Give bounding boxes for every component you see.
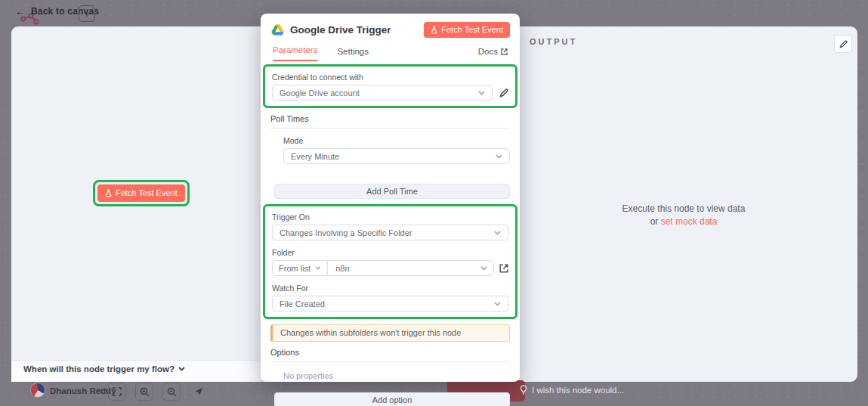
pencil-icon bbox=[499, 88, 508, 98]
folder-mode-select[interactable]: From list bbox=[273, 261, 328, 275]
pencil-icon bbox=[839, 40, 848, 48]
credential-label: Credential to connect with bbox=[272, 73, 508, 82]
output-empty-line1: Execute this node to view data bbox=[570, 203, 797, 215]
chevron-down-icon bbox=[315, 266, 321, 270]
trigger-highlight: Trigger On Changes Involving a Specific … bbox=[263, 204, 517, 319]
options-section: Options No properties Add option bbox=[261, 348, 520, 406]
folder-resource-locator[interactable]: From list n8n bbox=[272, 260, 494, 276]
cursor-icon bbox=[194, 387, 203, 396]
plus-icon: + bbox=[84, 8, 90, 20]
docs-link[interactable]: Docs bbox=[478, 47, 508, 61]
node-trigger-question[interactable]: When will this node trigger my flow? bbox=[23, 364, 185, 373]
external-link-icon bbox=[499, 264, 508, 273]
reset-zoom-button[interactable] bbox=[190, 383, 208, 401]
options-title: Options bbox=[270, 348, 510, 362]
modal-tabs: Parameters Settings Docs bbox=[261, 43, 520, 61]
folder-label: Folder bbox=[272, 248, 508, 257]
mode-value: Every Minute bbox=[291, 152, 496, 161]
zoom-out-button[interactable] bbox=[162, 383, 181, 401]
poll-times-title: Poll Times bbox=[270, 114, 510, 129]
google-drive-trigger-modal: Google Drive Trigger Fetch Test Event Pa… bbox=[261, 14, 520, 382]
edit-output-button[interactable] bbox=[834, 35, 852, 53]
docs-label: Docs bbox=[478, 47, 498, 56]
output-empty-prefix: or bbox=[650, 216, 661, 227]
fetch-test-event-label: Fetch Test Event bbox=[441, 25, 503, 34]
lightbulb-icon bbox=[520, 385, 527, 395]
fit-view-button[interactable] bbox=[108, 383, 126, 401]
trigger-on-label: Trigger On bbox=[272, 212, 508, 222]
google-drive-icon bbox=[271, 24, 284, 36]
modal-title: Google Drive Trigger bbox=[290, 24, 424, 36]
node-trigger-question-label: When will this node trigger my flow? bbox=[23, 364, 175, 373]
feature-wish-label: I wish this node would... bbox=[532, 386, 624, 395]
feature-wish[interactable]: I wish this node would... bbox=[520, 385, 624, 395]
external-link-icon bbox=[501, 48, 508, 55]
folder-mode-value: From list bbox=[279, 264, 310, 273]
fit-view-icon bbox=[113, 387, 122, 396]
no-properties-text: No properties bbox=[283, 371, 510, 380]
watch-for-select[interactable]: File Created bbox=[272, 296, 508, 311]
chevron-down-icon bbox=[478, 91, 485, 95]
add-option-button[interactable]: Add option bbox=[274, 392, 510, 406]
zoom-in-button[interactable] bbox=[135, 383, 153, 401]
fetch-test-event-button-canvas[interactable]: Fetch Test Event bbox=[97, 184, 185, 202]
tab-settings[interactable]: Settings bbox=[337, 47, 369, 61]
watch-for-label: Watch For bbox=[272, 284, 508, 293]
trigger-on-select[interactable]: Changes Involving a Specific Folder bbox=[272, 225, 508, 240]
fetch-test-event-label: Fetch Test Event bbox=[116, 188, 178, 197]
edit-credential-button[interactable] bbox=[499, 88, 508, 98]
watch-for-value: File Created bbox=[280, 299, 494, 308]
flask-icon bbox=[105, 189, 112, 197]
user-avatar[interactable] bbox=[30, 383, 45, 398]
credential-highlight: Credential to connect with Google Drive … bbox=[263, 64, 517, 108]
credential-value: Google Drive account bbox=[280, 88, 478, 98]
flask-icon bbox=[431, 26, 437, 34]
trigger-on-value: Changes Involving a Specific Folder bbox=[280, 228, 494, 237]
open-folder-link-button[interactable] bbox=[499, 264, 508, 273]
set-mock-data-link[interactable]: set mock data bbox=[661, 216, 718, 227]
mode-select[interactable]: Every Minute bbox=[283, 148, 510, 164]
modal-header: Google Drive Trigger Fetch Test Event bbox=[261, 14, 520, 43]
chevron-down-icon bbox=[178, 367, 185, 371]
output-empty-state: Execute this node to view data or set mo… bbox=[570, 203, 797, 228]
chevron-down-icon bbox=[494, 302, 501, 306]
chevron-down-icon bbox=[496, 154, 502, 159]
output-panel-title: OUTPUT bbox=[530, 37, 577, 46]
chevron-down-icon bbox=[480, 266, 487, 271]
add-poll-time-button[interactable]: Add Poll Time bbox=[274, 184, 510, 199]
user-menu-ellipsis[interactable]: ••• bbox=[97, 385, 108, 394]
credential-select[interactable]: Google Drive account bbox=[272, 85, 493, 101]
tab-parameters[interactable]: Parameters bbox=[273, 45, 317, 61]
new-tab-button[interactable]: + bbox=[79, 5, 95, 22]
zoom-in-icon bbox=[140, 387, 150, 397]
mode-label: Mode bbox=[283, 136, 510, 145]
folder-value: n8n bbox=[328, 264, 480, 273]
arrow-left-icon: ← bbox=[15, 6, 26, 17]
poll-times-section: Poll Times Mode Every Minute Add Poll Ti… bbox=[261, 114, 520, 199]
fetch-test-event-highlight: Fetch Test Event bbox=[93, 180, 190, 206]
fetch-test-event-button-modal[interactable]: Fetch Test Event bbox=[424, 22, 510, 38]
zoom-out-icon bbox=[167, 387, 177, 397]
chevron-down-icon bbox=[494, 231, 501, 235]
subfolder-warning: Changes within subfolders won't trigger … bbox=[270, 324, 510, 342]
